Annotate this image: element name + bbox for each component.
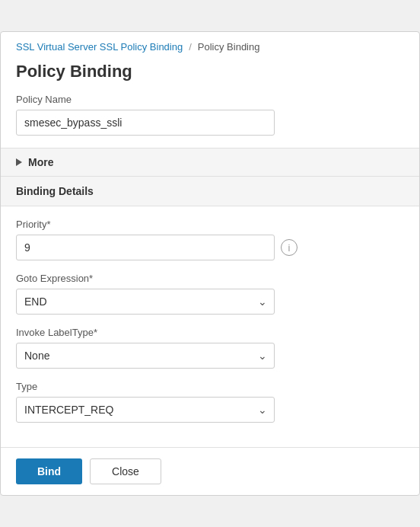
binding-details-header: Binding Details <box>1 177 419 206</box>
invoke-labeltype-label: Invoke LabelType* <box>16 327 404 338</box>
binding-details-title: Binding Details <box>16 185 94 197</box>
footer: Bind Close <box>1 447 419 495</box>
invoke-labeltype-field: Invoke LabelType* None reqvserver resvse… <box>16 327 404 369</box>
binding-details-section: Priority* i Goto Expression* END NEXT US… <box>1 206 419 447</box>
priority-input[interactable] <box>16 235 275 260</box>
priority-field: Priority* i <box>16 219 404 260</box>
type-label: Type <box>16 381 404 392</box>
policy-binding-modal: SSL Virtual Server SSL Policy Binding / … <box>0 31 420 496</box>
goto-expression-field: Goto Expression* END NEXT USE_INVOCATION… <box>16 273 404 315</box>
priority-input-wrapper: i <box>16 235 404 260</box>
type-select[interactable]: INTERCEPT_REQ INTERCEPT_RES BYPASS <box>16 397 275 423</box>
policy-name-section: Policy Name <box>1 94 419 148</box>
triangle-icon <box>16 158 22 166</box>
type-field: Type INTERCEPT_REQ INTERCEPT_RES BYPASS … <box>16 381 404 423</box>
bind-button[interactable]: Bind <box>16 458 82 484</box>
policy-name-input[interactable] <box>16 110 275 136</box>
priority-label: Priority* <box>16 219 404 230</box>
goto-expression-wrapper: END NEXT USE_INVOCATION_RESULT ⌄ <box>16 289 275 315</box>
info-icon[interactable]: i <box>281 239 298 256</box>
goto-expression-select[interactable]: END NEXT USE_INVOCATION_RESULT <box>16 289 275 315</box>
goto-expression-label: Goto Expression* <box>16 273 404 284</box>
breadcrumb-current: Policy Binding <box>198 41 260 53</box>
breadcrumb-separator: / <box>189 41 192 53</box>
type-wrapper: INTERCEPT_REQ INTERCEPT_RES BYPASS ⌄ <box>16 397 275 423</box>
page-title: Policy Binding <box>1 59 419 94</box>
policy-name-label: Policy Name <box>16 94 404 105</box>
breadcrumb-link[interactable]: SSL Virtual Server SSL Policy Binding <box>16 41 183 53</box>
more-section[interactable]: More <box>1 148 419 177</box>
breadcrumb: SSL Virtual Server SSL Policy Binding / … <box>1 32 419 59</box>
invoke-labeltype-select[interactable]: None reqvserver resvserver policylabel <box>16 343 275 369</box>
invoke-labeltype-wrapper: None reqvserver resvserver policylabel ⌄ <box>16 343 275 369</box>
close-button[interactable]: Close <box>90 458 161 484</box>
more-label: More <box>28 156 53 168</box>
